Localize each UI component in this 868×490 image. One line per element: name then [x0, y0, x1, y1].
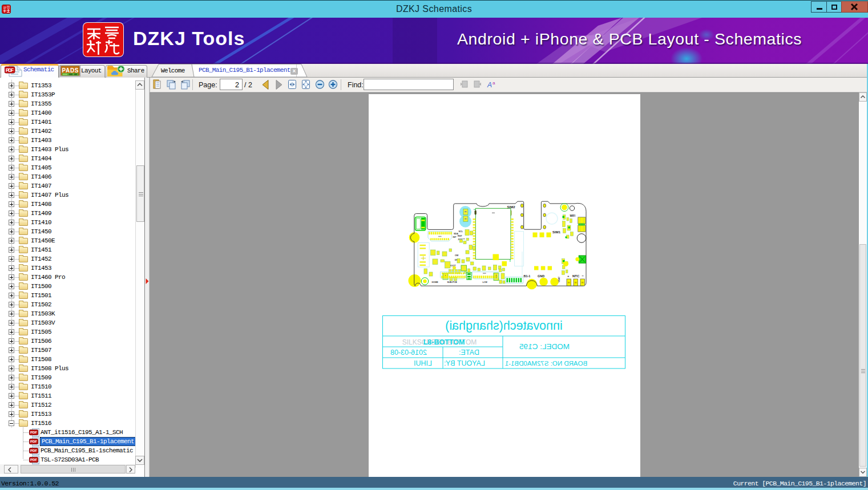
svg-text:VBAT: VBAT — [558, 276, 560, 282]
svg-text:SUB-PCB: SUB-PCB — [447, 281, 458, 284]
svg-text:LAYOUT BY:: LAYOUT BY: — [444, 359, 485, 367]
svg-text:NTC: NTC — [572, 274, 580, 278]
svg-text:2016-03-08: 2016-03-08 — [390, 349, 427, 357]
svg-text:INT: INT — [453, 236, 457, 238]
svg-text:LCM: LCM — [483, 281, 487, 284]
svg-text:a: a — [492, 80, 495, 86]
svg-text:B1-1: B1-1 — [524, 274, 531, 278]
svg-text:innovatech(shanghai): innovatech(shanghai) — [445, 319, 563, 333]
svg-text:L8-BOTTOM: L8-BOTTOM — [423, 338, 465, 346]
svg-text:MODEL: C195: MODEL: C195 — [519, 342, 570, 351]
svg-text:−: − — [582, 274, 584, 278]
svg-text:RST: RST — [458, 235, 462, 237]
svg-text:DATE:: DATE: — [459, 349, 479, 357]
svg-text:OM: OM — [455, 254, 458, 257]
svg-text:SIM1: SIM1 — [552, 230, 561, 234]
svg-text:SIM2: SIM2 — [507, 205, 515, 209]
svg-text:WIFI: WIFI — [570, 214, 576, 217]
svg-text:GND: GND — [538, 274, 544, 278]
svg-text:A: A — [487, 81, 492, 89]
svg-text:LIHUI: LIHUI — [414, 359, 432, 367]
svg-text:SCL: SCL — [459, 230, 463, 233]
svg-text:BOARD NO: S72MA0DB1-1: BOARD NO: S72MA0DB1-1 — [505, 360, 587, 367]
svg-text:PADS: PADS — [62, 67, 79, 74]
svg-text:+: + — [567, 274, 570, 278]
svg-text:PDF: PDF — [6, 67, 14, 73]
svg-text:HOME: HOME — [432, 281, 439, 284]
